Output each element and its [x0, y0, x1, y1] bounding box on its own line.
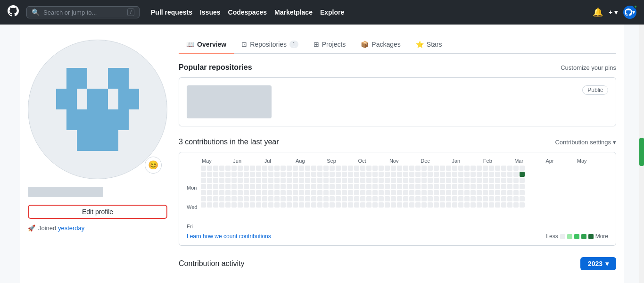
graph-cell[interactable] [501, 190, 506, 195]
graph-week[interactable] [501, 166, 506, 229]
graph-cell[interactable] [348, 178, 353, 183]
graph-cell[interactable] [207, 172, 212, 177]
graph-cell[interactable] [379, 202, 384, 208]
graph-cell[interactable] [372, 190, 378, 195]
graph-cell[interactable] [250, 196, 255, 201]
graph-cell[interactable] [397, 172, 402, 177]
graph-cell[interactable] [268, 184, 273, 189]
graph-cell[interactable] [366, 184, 372, 189]
graph-cell[interactable] [507, 196, 512, 201]
graph-cell[interactable] [379, 184, 384, 189]
graph-cell[interactable] [403, 196, 408, 201]
graph-cell[interactable] [323, 196, 329, 201]
graph-cell[interactable] [330, 184, 335, 189]
graph-cell[interactable] [231, 184, 237, 189]
graph-week[interactable] [201, 166, 206, 229]
graph-cell[interactable] [305, 178, 310, 183]
graph-cell[interactable] [513, 172, 519, 177]
graph-cell[interactable] [421, 184, 427, 189]
graph-cell[interactable] [244, 202, 249, 208]
graph-week[interactable] [360, 166, 365, 229]
tab-repositories[interactable]: ⊡ Repositories 1 [234, 36, 306, 54]
graph-cell[interactable] [330, 190, 335, 195]
nav-explore[interactable]: Explore [320, 8, 344, 16]
graph-cell[interactable] [434, 184, 439, 189]
graph-cell[interactable] [287, 190, 292, 195]
graph-cell[interactable] [458, 172, 463, 177]
graph-cell[interactable] [317, 184, 322, 189]
graph-cell[interactable] [354, 178, 359, 183]
graph-cell[interactable] [507, 178, 512, 183]
graph-cell[interactable] [464, 178, 470, 183]
graph-cell[interactable] [225, 172, 231, 177]
graph-cell[interactable] [213, 190, 218, 195]
graph-cell[interactable] [385, 202, 390, 208]
graph-cell[interactable] [287, 172, 292, 177]
graph-cell[interactable] [409, 202, 414, 208]
nav-issues[interactable]: Issues [200, 8, 221, 16]
graph-cell[interactable] [262, 202, 267, 208]
graph-cell[interactable] [489, 196, 494, 201]
graph-week[interactable] [440, 166, 445, 229]
graph-cell[interactable] [501, 178, 506, 183]
graph-cell[interactable] [385, 196, 390, 201]
graph-cell[interactable] [201, 166, 206, 171]
graph-cell[interactable] [244, 172, 249, 177]
graph-cell[interactable] [287, 202, 292, 208]
graph-cell[interactable] [421, 190, 427, 195]
tab-overview[interactable]: 📖 Overview [179, 36, 234, 54]
graph-cell[interactable] [336, 178, 341, 183]
graph-cell[interactable] [207, 166, 212, 171]
graph-cell[interactable] [250, 184, 255, 189]
graph-cell[interactable] [458, 184, 463, 189]
graph-cell[interactable] [372, 202, 378, 208]
graph-cell[interactable] [397, 196, 402, 201]
graph-cell[interactable] [219, 196, 224, 201]
graph-cell[interactable] [231, 202, 237, 208]
graph-cell[interactable] [452, 184, 457, 189]
graph-cell[interactable] [262, 196, 267, 201]
graph-cell[interactable] [281, 202, 286, 208]
graph-cell[interactable] [207, 196, 212, 201]
graph-cell[interactable] [219, 172, 224, 177]
graph-cell[interactable] [428, 166, 433, 171]
graph-cell[interactable] [293, 178, 298, 183]
joined-link[interactable]: yesterday [58, 225, 84, 232]
graph-cell[interactable] [231, 172, 237, 177]
graph-cell[interactable] [440, 190, 445, 195]
graph-cell[interactable] [213, 196, 218, 201]
graph-cell[interactable] [219, 178, 224, 183]
edit-profile-button[interactable]: Edit profile [28, 205, 167, 219]
graph-cell[interactable] [495, 184, 500, 189]
tab-packages[interactable]: 📦 Packages [353, 36, 408, 54]
graph-cell[interactable] [256, 184, 261, 189]
graph-cell[interactable] [207, 178, 212, 183]
graph-week[interactable] [391, 166, 396, 229]
graph-cell[interactable] [360, 166, 365, 171]
graph-cell[interactable] [336, 166, 341, 171]
graph-cell[interactable] [219, 184, 224, 189]
graph-cell[interactable] [317, 172, 322, 177]
graph-cell[interactable] [238, 190, 243, 195]
graph-cell[interactable] [311, 202, 316, 208]
plus-icon[interactable]: + ▾ [609, 8, 618, 16]
graph-cell[interactable] [238, 166, 243, 171]
graph-week[interactable] [397, 166, 402, 229]
graph-cell[interactable] [225, 166, 231, 171]
graph-cell[interactable] [507, 184, 512, 189]
graph-cell[interactable] [501, 184, 506, 189]
graph-cell[interactable] [219, 166, 224, 171]
graph-cell[interactable] [262, 172, 267, 177]
graph-cell[interactable] [348, 166, 353, 171]
graph-cell[interactable] [366, 166, 372, 171]
graph-cell[interactable] [495, 178, 500, 183]
graph-cell[interactable] [323, 202, 329, 208]
graph-cell[interactable] [268, 166, 273, 171]
graph-cell[interactable] [415, 202, 421, 208]
graph-cell[interactable] [452, 190, 457, 195]
graph-cell[interactable] [415, 190, 421, 195]
contributions-learn-link[interactable]: Learn how we count contributions [187, 233, 271, 240]
graph-cell[interactable] [225, 190, 231, 195]
graph-cell[interactable] [281, 166, 286, 171]
graph-cell[interactable] [391, 196, 396, 201]
